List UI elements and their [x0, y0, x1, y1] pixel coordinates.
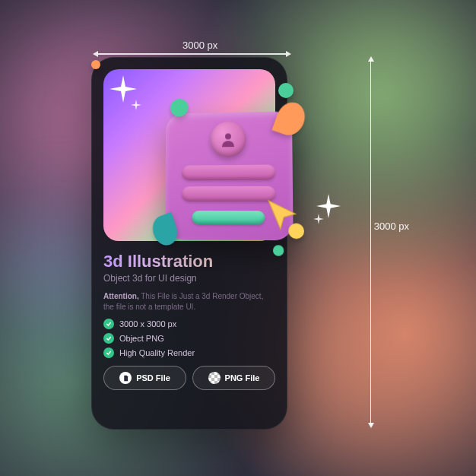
decor-dot: [91, 60, 100, 69]
file-buttons-row: PSD File PNG File: [103, 366, 275, 390]
splash-decor: [273, 245, 284, 256]
sparkle-icon: [131, 100, 141, 110]
arrow-cursor-icon: [262, 194, 303, 234]
file-icon: [119, 372, 132, 384]
arrow-down-icon: [368, 423, 374, 428]
splash-decor: [149, 212, 181, 249]
splash-decor: [271, 99, 309, 139]
dimension-height-label: 3000 px: [374, 221, 409, 232]
dimension-height-line: [370, 61, 372, 423]
png-file-button[interactable]: PNG File: [192, 366, 275, 390]
arrow-up-icon: [368, 56, 374, 62]
hero-illustration: [103, 69, 275, 241]
card-title: 3d Illustration: [103, 252, 275, 271]
user-icon: [210, 121, 246, 157]
check-icon: [103, 319, 114, 329]
submit-button-3d: [192, 211, 265, 224]
check-icon: [103, 333, 114, 344]
sparkle-icon: [109, 75, 137, 103]
sparkle-icon: [313, 214, 324, 224]
feature-label: High Quality Render: [119, 348, 195, 357]
dimension-width-line: [97, 53, 286, 55]
login-card-3d: [165, 111, 294, 240]
splash-decor: [170, 99, 188, 117]
background-blur: [316, 23, 453, 160]
list-item: Object PNG: [103, 333, 275, 344]
attention-label: Attention,: [103, 292, 139, 300]
list-item: High Quality Render: [103, 347, 275, 358]
list-item: 3000 x 3000 px: [103, 319, 275, 329]
feature-label: Object PNG: [119, 334, 164, 343]
psd-button-label: PSD File: [136, 373, 170, 382]
arrow-left-icon: [93, 51, 98, 57]
svg-point-0: [225, 133, 231, 139]
attention-text: Attention, This File is Just a 3d Render…: [103, 291, 275, 313]
feature-list: 3000 x 3000 px Object PNG High Quality R…: [103, 319, 275, 358]
check-icon: [103, 347, 114, 358]
arrow-right-icon: [286, 51, 291, 57]
card-subtitle: Object 3d for UI design: [103, 273, 275, 284]
feature-label: 3000 x 3000 px: [119, 319, 176, 328]
background-blur: [278, 278, 446, 446]
dimension-width-label: 3000 px: [182, 40, 217, 51]
product-card: 3d Illustration Object 3d for UI design …: [91, 57, 287, 430]
input-field-3d: [182, 164, 275, 180]
psd-file-button[interactable]: PSD File: [103, 366, 186, 390]
decor-dot: [278, 83, 294, 98]
transparency-icon: [208, 372, 221, 384]
png-button-label: PNG File: [225, 373, 260, 382]
